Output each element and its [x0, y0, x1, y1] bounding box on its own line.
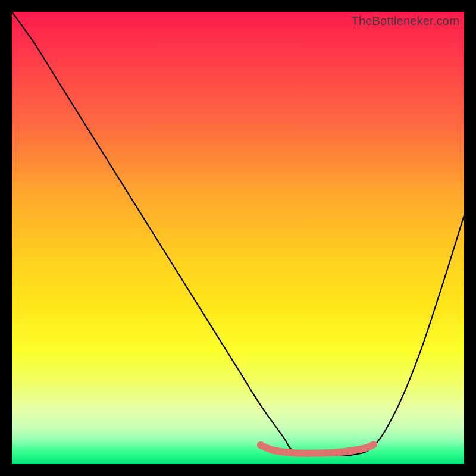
chart-svg [12, 12, 464, 464]
plot-area: TheBottleneker.com [12, 12, 464, 464]
chart-frame: TheBottleneker.com [0, 0, 476, 476]
optimal-range-start-dot [257, 441, 264, 449]
optimal-range-path [261, 444, 374, 453]
bottleneck-curve-path [12, 12, 464, 456]
